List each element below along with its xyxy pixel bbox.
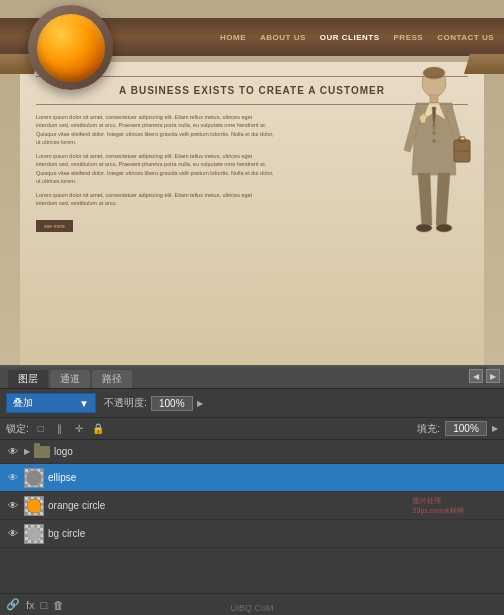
nav-menu: HOME ABOUT US OUR CLIENTS PRESS CONTACT … <box>220 33 494 42</box>
svg-point-10 <box>433 140 436 143</box>
fx-icon[interactable]: fx <box>26 599 35 611</box>
opacity-arrow[interactable]: ▶ <box>197 399 203 408</box>
layer-thumb-orange <box>24 496 44 516</box>
lock-row: 锁定: □ ∥ ✛ 🔒 填充: 100% ▶ <box>0 418 504 440</box>
nav-contact[interactable]: CONTACT US <box>437 33 494 42</box>
tab-paths[interactable]: 路径 <box>92 370 132 388</box>
opacity-value[interactable]: 100% <box>151 396 193 411</box>
lock-label: 锁定: <box>6 422 29 436</box>
fill-label: 填充: <box>417 422 440 436</box>
layer-group-logo[interactable]: 👁 ▶ logo <box>0 440 504 464</box>
svg-point-14 <box>27 527 41 541</box>
layer-row-ellipse[interactable]: 👁 ellipse <box>0 464 504 492</box>
eye-ellipse[interactable]: 👁 <box>6 471 20 485</box>
paragraph-2: Lorem ipsum dolor sit amet, consectetuer… <box>36 152 274 185</box>
paragraph-3: Lorem ipsum dolor sit amet, consectetuer… <box>36 191 274 208</box>
tab-channels[interactable]: 通道 <box>50 370 90 388</box>
svg-point-1 <box>423 67 445 79</box>
layer-name-ellipse: ellipse <box>48 472 498 483</box>
layer-row-bg-circle[interactable]: 👁 bg circle <box>0 520 504 548</box>
logo-outer-circle <box>28 5 113 90</box>
website-preview: HOME ABOUT US OUR CLIENTS PRESS CONTACT … <box>0 0 504 365</box>
folder-icon <box>34 446 50 458</box>
eye-logo[interactable]: 👁 <box>6 445 20 459</box>
folder-arrow: ▶ <box>24 447 30 456</box>
tab-layers[interactable]: 图层 <box>8 370 48 388</box>
fill-value[interactable]: 100% <box>445 421 487 436</box>
svg-point-9 <box>433 132 436 135</box>
svg-point-7 <box>436 224 452 232</box>
blend-mode-row: 叠加 ▼ 不透明度: 100% ▶ <box>0 389 504 418</box>
layer-name-logo: logo <box>54 446 498 457</box>
logo-orange-circle <box>37 14 105 82</box>
lock-transparency-btn[interactable]: □ <box>34 422 48 436</box>
layer-name-orange-circle: orange circle <box>48 500 498 511</box>
opacity-label: 不透明度: <box>104 396 147 410</box>
photoshop-panel: ⟪ ◀ ▶ 图层 通道 路径 叠加 ▼ 不透明度: 100% ▶ 锁定: □ ∥… <box>0 365 504 615</box>
blend-mode-dropdown[interactable]: 叠加 ▼ <box>6 393 96 413</box>
nav-about[interactable]: ABOUT US <box>260 33 306 42</box>
eye-orange-circle[interactable]: 👁 <box>6 499 20 513</box>
lock-paint-btn[interactable]: ∥ <box>53 422 67 436</box>
svg-rect-2 <box>430 95 438 103</box>
fill-arrow[interactable]: ▶ <box>492 424 498 433</box>
svg-point-13 <box>27 499 41 513</box>
collapse-right-btn[interactable]: ▶ <box>486 369 500 383</box>
see-more-button[interactable]: see more <box>36 220 73 232</box>
logo-area <box>28 5 113 90</box>
new-layer-icon[interactable]: □ <box>41 599 48 611</box>
svg-point-11 <box>26 470 42 486</box>
panel-bottom-bar: 🔗 fx □ 🗑 UiBQ.CoM <box>0 593 504 615</box>
delete-layer-icon[interactable]: 🗑 <box>53 599 64 611</box>
vintage-man-illustration <box>394 65 474 265</box>
layer-list: 👁 ▶ logo 👁 ellipse 👁 oran <box>0 440 504 600</box>
nav-home[interactable]: HOME <box>220 33 246 42</box>
nav-press[interactable]: PRESS <box>394 33 424 42</box>
lock-move-btn[interactable]: ✛ <box>72 422 86 436</box>
svg-point-6 <box>416 224 432 232</box>
collapse-left-btn[interactable]: ◀ <box>469 369 483 383</box>
layer-thumb-bg <box>24 524 44 544</box>
layer-name-bg-circle: bg circle <box>48 528 498 539</box>
layer-thumb-ellipse <box>24 468 44 488</box>
panel-tabs: 图层 通道 路径 <box>0 367 504 389</box>
nav-clients[interactable]: OUR CLIENTS <box>320 33 380 42</box>
lock-all-btn[interactable]: 🔒 <box>91 422 105 436</box>
svg-point-8 <box>433 124 436 127</box>
panel-collapse-buttons: ◀ ▶ <box>469 369 500 383</box>
layer-row-orange-circle[interactable]: 👁 orange circle 图片处理 23ps.com水样网 <box>0 492 504 520</box>
eye-bg-circle[interactable]: 👁 <box>6 527 20 541</box>
uijbq-watermark: UiBQ.CoM <box>230 603 273 613</box>
link-icon[interactable]: 🔗 <box>6 598 20 611</box>
paragraph-1: Lorem ipsum dolor sit amet, consectetuer… <box>36 113 274 146</box>
